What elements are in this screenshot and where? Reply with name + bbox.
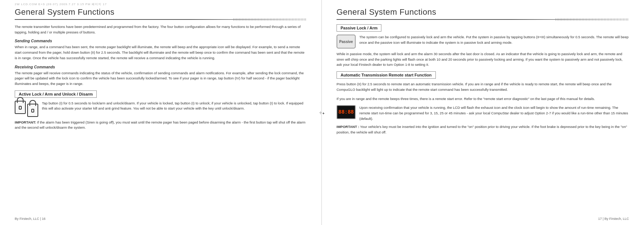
important-label: IMPORTANT:	[15, 120, 36, 124]
auto-trans-header: Automatic Transmission Remote start Func…	[337, 71, 436, 79]
important-text-content: If the alarm has been triggered (Siren i…	[15, 120, 305, 130]
right-title-underline	[337, 19, 629, 20]
left-page-title: General System Functions	[15, 7, 307, 17]
display-icon-row: 88:88 Upon receiving confirmation that y…	[337, 105, 629, 121]
passive-lock-header-row: Passive Lock / Arm	[337, 24, 629, 32]
receiving-commands-title: Receiving Commands	[15, 65, 307, 69]
passive-lock-text: The system can be configured to passivel…	[359, 35, 629, 45]
page-spread: 2W LCD.COM E+S (09.07) 2009.7.27 3:15 PM…	[0, 0, 644, 225]
auto-trans-icon-text: Upon receiving confirmation that your ve…	[359, 105, 629, 121]
auto-trans-text2: If you are in range and the remote beeps…	[337, 96, 629, 102]
receiving-commands-text: The remote pager will receive commands i…	[15, 71, 307, 87]
right-page: General System Functions Passive Lock / …	[322, 0, 644, 225]
important-text-right: Your vehicle's key must be inserted into…	[337, 125, 627, 134]
sending-commands-title: Sending Commands	[15, 39, 307, 43]
top-bar-left: 2W LCD.COM E+S (09.07) 2009.7.27 3:15 PM…	[15, 2, 107, 6]
active-lock-header-row: Active Lock / Arm and Unlock / Disarm	[15, 90, 307, 98]
active-lock-header: Active Lock / Arm and Unlock / Disarm	[15, 90, 97, 98]
important-label-right: IMPORTANT :	[337, 125, 359, 129]
passive-lock-header: Passive Lock / Arm	[337, 24, 381, 32]
left-page: 2W LCD.COM E+S (09.07) 2009.7.27 3:15 PM…	[0, 0, 322, 225]
active-lock-icon-row: Tap button (I) for 0.5 seconds to lock/a…	[15, 101, 307, 117]
auto-trans-header-row: Automatic Transmission Remote start Func…	[337, 71, 629, 79]
passive-button-icon: Passive	[337, 35, 356, 49]
right-footer: 17 | By Firstech, LLC	[598, 217, 629, 221]
lock-icon-1	[15, 101, 26, 114]
auto-trans-text1: Press button (II) for 2.5 seconds to rem…	[337, 82, 629, 92]
auto-trans-important: IMPORTANT : Your vehicle's key must be i…	[337, 124, 629, 135]
passive-lock-body: While in passive mode, the system will l…	[337, 51, 629, 68]
left-intro-text: The remote transmitter functions have be…	[15, 24, 307, 35]
lcd-display-icon: 88:88	[337, 105, 356, 119]
left-footer: By Firstech, LLC | 16	[15, 217, 46, 221]
sending-commands-text: When in range, and a command has been se…	[15, 44, 307, 61]
passive-lock-icon-row: Passive The system can be configured to …	[337, 35, 629, 49]
active-lock-text: Tap button (I) for 0.5 seconds to lock/a…	[42, 101, 307, 111]
active-lock-important: IMPORTANT: If the alarm has been trigger…	[15, 120, 307, 131]
lock-icon-2	[27, 104, 38, 117]
left-title-underline	[15, 19, 307, 20]
right-page-title: General System Functions	[337, 7, 629, 17]
lock-inner-1	[19, 106, 22, 110]
lock-icons	[15, 101, 38, 117]
lock-inner-2	[31, 109, 34, 113]
